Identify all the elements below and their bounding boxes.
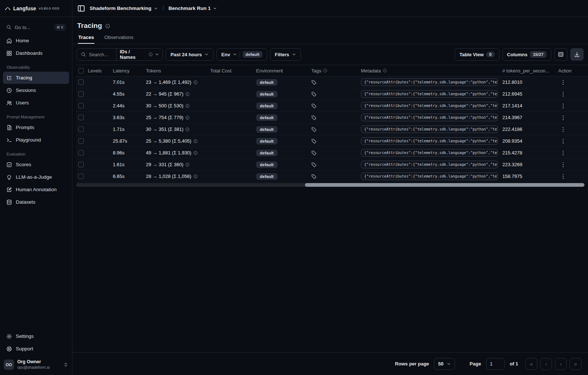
- sidebar-item-datasets[interactable]: Datasets: [3, 196, 69, 208]
- user-menu[interactable]: OO Org Owner ops@shadeform.ai: [0, 356, 72, 375]
- sidebar-item-support[interactable]: Support: [3, 343, 69, 355]
- sidebar-item-users[interactable]: Users: [3, 97, 69, 109]
- row-actions-button[interactable]: ⋮: [558, 138, 566, 144]
- info-icon[interactable]: [185, 92, 190, 96]
- tag-icon[interactable]: [311, 115, 316, 120]
- scrollbar-thumb[interactable]: [305, 183, 584, 187]
- sidebar-item-sessions[interactable]: Sessions: [3, 84, 69, 96]
- row-checkbox[interactable]: [78, 162, 84, 167]
- tag-icon[interactable]: [311, 80, 316, 85]
- row-checkbox[interactable]: [78, 103, 84, 108]
- row-actions-button[interactable]: ⋮: [558, 126, 566, 133]
- sidebar-item-human-annotation[interactable]: Human Annotation: [3, 183, 69, 196]
- last-page-button[interactable]: »: [570, 358, 581, 370]
- row-height-button[interactable]: [554, 48, 567, 61]
- table-row[interactable]: 1.71s 30 → 351 (Σ 381) default {"resourc…: [76, 124, 588, 135]
- breadcrumb-project[interactable]: Benchmark Run 1: [169, 6, 218, 11]
- column-header-latency[interactable]: Latency: [111, 68, 144, 74]
- row-checkbox[interactable]: [78, 79, 84, 85]
- row-actions-button[interactable]: ⋮: [558, 91, 566, 97]
- info-icon[interactable]: [185, 115, 190, 120]
- row-checkbox[interactable]: [78, 91, 84, 97]
- prev-page-button[interactable]: ‹: [540, 358, 552, 370]
- sidebar-toggle-button[interactable]: [77, 4, 85, 12]
- metadata-box[interactable]: {"resourceAttributes":{"telemetry.sdk.la…: [361, 90, 498, 98]
- column-header-metadata[interactable]: Metadata: [359, 68, 500, 74]
- metadata-box[interactable]: {"resourceAttributes":{"telemetry.sdk.la…: [361, 125, 498, 133]
- row-checkbox[interactable]: [78, 150, 84, 156]
- info-icon[interactable]: [383, 68, 387, 73]
- search-input[interactable]: [89, 52, 113, 57]
- metadata-box[interactable]: {"resourceAttributes":{"telemetry.sdk.la…: [361, 114, 498, 121]
- filters-button[interactable]: Filters: [270, 48, 301, 61]
- metadata-box[interactable]: {"resourceAttributes":{"telemetry.sdk.la…: [361, 78, 498, 86]
- horizontal-scrollbar[interactable]: [76, 183, 585, 187]
- metadata-box[interactable]: {"resourceAttributes":{"telemetry.sdk.la…: [361, 161, 498, 168]
- table-view-button[interactable]: Table View 0: [455, 48, 499, 61]
- column-header-total-cost[interactable]: Total Cost: [208, 68, 254, 74]
- metadata-box[interactable]: {"resourceAttributes":{"telemetry.sdk.la…: [361, 102, 498, 110]
- time-range-button[interactable]: Past 24 hours: [166, 48, 214, 61]
- tag-icon[interactable]: [311, 103, 316, 108]
- sidebar-item-dashboards[interactable]: Dashboards: [3, 47, 69, 59]
- page-input[interactable]: [486, 358, 505, 370]
- table-row[interactable]: 1.61s 29 → 331 (Σ 360) default {"resourc…: [76, 159, 588, 171]
- sidebar-item-scores[interactable]: Scores: [3, 158, 69, 171]
- env-filter-button[interactable]: Env default: [216, 48, 267, 61]
- table-row[interactable]: 2.44s 30 → 500 (Σ 530) default {"resourc…: [76, 100, 588, 112]
- next-page-button[interactable]: ›: [555, 358, 567, 370]
- tag-icon[interactable]: [311, 127, 316, 132]
- table-row[interactable]: 25.87s 25 → 5,380 (Σ 5,405) default {"re…: [76, 135, 588, 147]
- tag-icon[interactable]: [311, 139, 316, 144]
- row-actions-button[interactable]: ⋮: [558, 114, 566, 121]
- info-icon[interactable]: [193, 151, 198, 155]
- info-icon[interactable]: [193, 174, 198, 179]
- row-checkbox[interactable]: [78, 174, 84, 179]
- row-checkbox[interactable]: [78, 115, 84, 120]
- info-icon[interactable]: [193, 139, 198, 143]
- tag-icon[interactable]: [311, 150, 316, 156]
- table-row[interactable]: 7.01s 23 → 1,469 (Σ 1,492) default {"res…: [76, 76, 588, 88]
- select-all-checkbox[interactable]: [78, 68, 84, 74]
- sidebar-item-prompts[interactable]: Prompts: [3, 121, 69, 133]
- columns-button[interactable]: Columns 15/27: [502, 48, 551, 61]
- sidebar-item-playground[interactable]: Playground: [3, 134, 69, 146]
- rows-per-page-select[interactable]: 50: [434, 358, 455, 370]
- info-icon[interactable]: [185, 127, 190, 132]
- metadata-box[interactable]: {"resourceAttributes":{"telemetry.sdk.la…: [361, 137, 498, 145]
- sidebar-item-home[interactable]: Home: [3, 35, 69, 47]
- info-icon[interactable]: [105, 24, 110, 29]
- row-actions-button[interactable]: ⋮: [558, 173, 566, 180]
- table-row[interactable]: 8.96s 49 → 1,881 (Σ 1,930) default {"res…: [76, 147, 588, 159]
- column-header-tags[interactable]: Tags: [309, 68, 359, 74]
- column-header-tokens-per-second[interactable]: # tokens_per_secon...: [500, 68, 556, 74]
- row-actions-button[interactable]: ⋮: [558, 103, 566, 109]
- tab-observations[interactable]: Observations: [104, 31, 134, 44]
- table-row[interactable]: 4.55s 22 → 945 (Σ 967) default {"resourc…: [76, 88, 588, 100]
- tag-icon[interactable]: [311, 174, 316, 179]
- tab-traces[interactable]: Traces: [78, 31, 94, 44]
- breadcrumb-org[interactable]: Shadeform Benchmarking: [90, 6, 158, 11]
- table-row[interactable]: 6.65s 28 → 1,028 (Σ 1,056) default {"res…: [76, 171, 588, 182]
- row-checkbox[interactable]: [78, 126, 84, 132]
- goto-search[interactable]: Go to... ⌘ K: [3, 21, 69, 33]
- tag-icon[interactable]: [311, 92, 316, 97]
- column-header-tokens[interactable]: Tokens: [144, 68, 208, 74]
- row-checkbox[interactable]: [78, 138, 84, 144]
- search-mode-select[interactable]: IDs / Names: [116, 49, 162, 60]
- first-page-button[interactable]: «: [526, 358, 537, 370]
- info-icon[interactable]: [185, 104, 190, 108]
- sidebar-item-tracing[interactable]: Tracing: [3, 72, 69, 84]
- metadata-box[interactable]: {"resourceAttributes":{"telemetry.sdk.la…: [361, 149, 498, 157]
- search-box[interactable]: IDs / Names: [77, 48, 163, 61]
- row-actions-button[interactable]: ⋮: [558, 150, 566, 156]
- row-actions-button[interactable]: ⋮: [558, 161, 566, 168]
- sidebar-item-settings[interactable]: Settings: [3, 330, 69, 342]
- export-button[interactable]: [570, 48, 584, 61]
- column-header-environment[interactable]: Environment: [254, 68, 309, 74]
- info-icon[interactable]: [193, 80, 198, 85]
- sidebar-item-llm-judge[interactable]: LLM-as-a-Judge: [3, 171, 69, 183]
- row-actions-button[interactable]: ⋮: [558, 79, 566, 86]
- column-header-levels[interactable]: Levels: [86, 68, 111, 74]
- tag-icon[interactable]: [311, 162, 316, 167]
